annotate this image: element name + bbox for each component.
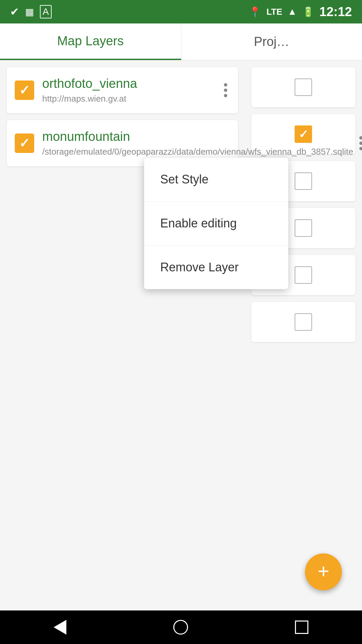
checkmark-icon: ✓ <box>19 136 30 151</box>
plus-icon: + <box>317 561 329 581</box>
menu-dot <box>224 83 227 87</box>
layer-menu-btn-orthofoto[interactable] <box>221 80 230 101</box>
main-content: ✓ orthofoto_vienna http://maps.wien.gv.a… <box>0 60 362 610</box>
layer-checkbox-orthofoto[interactable]: ✓ <box>15 80 34 100</box>
tab-map-layers[interactable]: Map Layers <box>0 23 181 60</box>
right-checkbox-6[interactable] <box>295 313 312 331</box>
location-icon: 📍 <box>249 6 261 18</box>
context-menu-remove-layer[interactable]: Remove Layer <box>144 246 288 289</box>
right-card-6 <box>251 302 355 342</box>
layer-url-orthofoto: http://maps.wien.gv.at <box>42 94 218 104</box>
layer-menu-btn-monumfountain[interactable] <box>357 133 362 154</box>
menu-dot <box>359 142 362 145</box>
lte-icon: LTE <box>266 7 282 17</box>
layer-name-orthofoto: orthofoto_vienna <box>42 76 218 91</box>
layer-checkbox-monumfountain[interactable]: ✓ <box>15 133 34 153</box>
layer-card-orthofoto: ✓ orthofoto_vienna http://maps.wien.gv.a… <box>7 67 238 113</box>
menu-dot <box>359 136 362 140</box>
status-icons-right: 📍 LTE ▲ 🔋 12:12 <box>249 5 352 19</box>
menu-dot <box>224 89 227 92</box>
layer-info-orthofoto: orthofoto_vienna http://maps.wien.gv.at <box>42 76 218 104</box>
context-menu: Set Style Enable editing Remove Layer <box>144 158 288 289</box>
right-checkbox-3[interactable] <box>295 172 312 190</box>
add-layer-fab[interactable]: + <box>305 553 342 590</box>
battery-icon: 🔋 <box>302 6 314 17</box>
clock: 12:12 <box>319 5 352 19</box>
layer-name-monumfountain: monumfountain <box>42 129 353 144</box>
context-menu-set-style[interactable]: Set Style <box>144 158 288 202</box>
nav-home-button[interactable] <box>173 620 188 635</box>
sim-icon: ▦ <box>25 6 34 17</box>
check-icon: ✔ <box>10 5 19 18</box>
menu-dot <box>359 147 362 150</box>
status-bar: ✔ ▦ A 📍 LTE ▲ 🔋 12:12 <box>0 0 362 23</box>
context-menu-enable-editing[interactable]: Enable editing <box>144 202 288 246</box>
layer-info-monumfountain: monumfountain /storage/emulated/0/geopap… <box>42 129 353 157</box>
status-icons-left: ✔ ▦ A <box>10 5 52 18</box>
bottom-nav <box>0 610 362 644</box>
nav-recent-button[interactable] <box>295 621 308 634</box>
tab-projects[interactable]: Proj… <box>181 23 362 60</box>
right-checkbox-5[interactable] <box>295 266 312 284</box>
right-checkbox-1[interactable] <box>295 78 312 96</box>
right-card-1 <box>251 67 355 107</box>
checkmark-icon: ✓ <box>19 83 30 98</box>
left-panel: ✓ orthofoto_vienna http://maps.wien.gv.a… <box>0 60 245 610</box>
right-checkbox-4[interactable] <box>295 219 312 237</box>
text-icon: A <box>40 5 52 18</box>
signal-icon: ▲ <box>288 6 297 17</box>
tabs-header: Map Layers Proj… <box>0 23 362 60</box>
layer-url-monumfountain: /storage/emulated/0/geopaparazzi/data/de… <box>42 147 353 157</box>
menu-dot <box>224 94 227 97</box>
nav-back-button[interactable] <box>54 620 66 635</box>
